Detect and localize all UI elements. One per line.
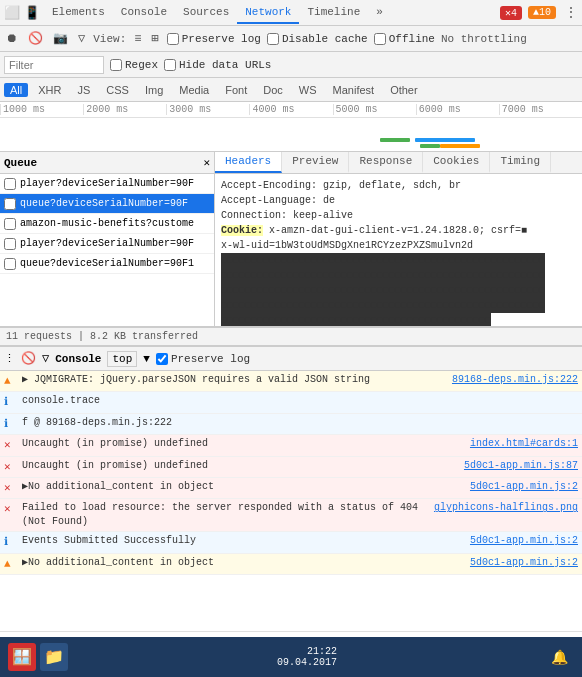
console-row-link[interactable]: 5d0c1-app.min.js:87 — [464, 459, 578, 473]
redacted-value: ■■■■■■■■■ — [329, 313, 383, 326]
timeline-bar — [380, 138, 410, 142]
taskbar-icon-start[interactable]: 🪟 — [8, 643, 36, 671]
record-button[interactable]: ⏺ — [4, 29, 20, 48]
console-row-link[interactable]: index.html#cards:1 — [470, 437, 578, 451]
close-requests-icon[interactable]: ✕ — [203, 156, 210, 169]
request-name: player?deviceSerialNumber=90F — [20, 238, 194, 249]
type-filter-manifest[interactable]: Manifest — [327, 83, 381, 97]
filter-button[interactable]: ▽ — [76, 29, 87, 48]
console-row-icon: ✕ — [4, 460, 18, 475]
detail-line: ■■■■■■■■■■■■■■■■■■■■■■■■■■■■■■■■■■■■■■■■… — [221, 253, 576, 326]
console-row-message: Uncaught (in promise) undefined — [22, 459, 460, 473]
devtools-mobile-icon[interactable]: 📱 — [24, 5, 40, 21]
tab-more[interactable]: » — [368, 2, 391, 24]
console-row: ▲▶ JQMIGRATE: jQuery.parseJSON requires … — [0, 371, 582, 392]
request-row[interactable]: amazon-music-benefits?custome — [0, 214, 214, 234]
hide-data-urls-label[interactable]: Hide data URLs — [164, 59, 271, 71]
request-row[interactable]: queue?deviceSerialNumber=90F — [0, 194, 214, 214]
regex-checkbox[interactable] — [110, 59, 122, 71]
tab-elements[interactable]: Elements — [44, 2, 113, 24]
console-body[interactable]: ▲▶ JQMIGRATE: jQuery.parseJSON requires … — [0, 371, 582, 631]
disable-cache-checkbox-label[interactable]: Disable cache — [267, 33, 368, 45]
detail-tab-cookies[interactable]: Cookies — [423, 152, 490, 173]
preserve-log-checkbox-label[interactable]: Preserve log — [167, 33, 261, 45]
request-row[interactable]: player?deviceSerialNumber=90F — [0, 234, 214, 254]
type-filter-other[interactable]: Other — [384, 83, 424, 97]
redacted-value: ■■■■■■■■■ — [491, 283, 545, 298]
tab-timeline[interactable]: Timeline — [299, 2, 368, 24]
tab-network[interactable]: Network — [237, 2, 299, 24]
request-checkbox[interactable] — [4, 218, 16, 230]
console-menu-icon[interactable]: ⋮ — [4, 352, 15, 365]
taskbar-icon-notification[interactable]: 🔔 — [546, 643, 574, 671]
type-filter-media[interactable]: Media — [173, 83, 215, 97]
console-row-message: Failed to load resource: the server resp… — [22, 501, 430, 529]
context-dropdown-icon[interactable]: ▼ — [143, 353, 150, 365]
console-row: ✕Uncaught (in promise) undefined5d0c1-ap… — [0, 457, 582, 478]
taskbar-icon-folder[interactable]: 📁 — [40, 643, 68, 671]
console-preserve-log-label[interactable]: Preserve log — [156, 353, 250, 365]
console-filter-icon[interactable]: ▽ — [42, 351, 49, 366]
redacted-value: ■■■■■■■■■ — [491, 268, 545, 283]
request-checkbox[interactable] — [4, 258, 16, 270]
devtools-menu-icon[interactable]: ⋮ — [564, 4, 578, 21]
offline-checkbox-label[interactable]: Offline — [374, 33, 435, 45]
redacted-value: ■■■■■■■■■ — [329, 298, 383, 313]
preserve-log-checkbox[interactable] — [167, 33, 179, 45]
disable-cache-checkbox[interactable] — [267, 33, 279, 45]
type-filter-font[interactable]: Font — [219, 83, 253, 97]
clear-button[interactable]: 🚫 — [26, 29, 45, 48]
console-row-icon: ✕ — [4, 502, 18, 517]
hide-data-urls-checkbox[interactable] — [164, 59, 176, 71]
cookie-key: Cookie: — [221, 225, 263, 236]
type-filter-ws[interactable]: WS — [293, 83, 323, 97]
console-row-link[interactable]: 5d0c1-app.min.js:2 — [470, 556, 578, 570]
request-row[interactable]: player?deviceSerialNumber=90F — [0, 174, 214, 194]
detail-tab-headers[interactable]: Headers — [215, 152, 282, 173]
view-list-icon[interactable]: ≡ — [132, 30, 143, 48]
console-row: ℹconsole.trace — [0, 392, 582, 413]
request-row[interactable]: queue?deviceSerialNumber=90F1 — [0, 254, 214, 274]
offline-checkbox[interactable] — [374, 33, 386, 45]
type-filter-bar: AllXHRJSCSSImgMediaFontDocWSManifestOthe… — [0, 78, 582, 102]
console-row-message: ▶No additional_content in object — [22, 480, 466, 494]
console-row-link[interactable]: 89168-deps.min.js:222 — [452, 373, 578, 387]
type-filter-img[interactable]: Img — [139, 83, 169, 97]
no-throttling-label[interactable]: No throttling — [441, 33, 527, 45]
type-filter-js[interactable]: JS — [71, 83, 96, 97]
console-row-link[interactable]: 5d0c1-app.min.js:2 — [470, 534, 578, 548]
redacted-value: ■■■■■■■■■ — [437, 268, 491, 283]
request-checkbox[interactable] — [4, 238, 16, 250]
regex-label[interactable]: Regex — [110, 59, 158, 71]
console-context-label[interactable]: top — [107, 351, 137, 367]
detail-tab-preview[interactable]: Preview — [282, 152, 349, 173]
console-preserve-log-checkbox[interactable] — [156, 353, 168, 365]
detail-line: Accept-Language: de — [221, 193, 576, 208]
type-filter-css[interactable]: CSS — [100, 83, 135, 97]
console-row-link[interactable]: 5d0c1-app.min.js:2 — [470, 480, 578, 494]
type-filter-all[interactable]: All — [4, 83, 28, 97]
redacted-value: ■■■■■■■■■ — [383, 268, 437, 283]
ruler-mark: 4000 ms — [249, 104, 332, 115]
tab-sources[interactable]: Sources — [175, 2, 237, 24]
console-row: ✕▶No additional_content in object5d0c1-a… — [0, 478, 582, 499]
request-checkbox[interactable] — [4, 178, 16, 190]
request-name: queue?deviceSerialNumber=90F1 — [20, 258, 194, 269]
type-filter-doc[interactable]: Doc — [257, 83, 289, 97]
tab-console[interactable]: Console — [113, 2, 175, 24]
view-grid-icon[interactable]: ⊞ — [149, 29, 160, 48]
error-badge: ✕4 — [500, 6, 522, 20]
console-row-icon: ✕ — [4, 481, 18, 496]
filter-input[interactable] — [4, 56, 104, 74]
requests-panel[interactable]: Queue ✕ player?deviceSerialNumber=90Fque… — [0, 152, 215, 326]
screenshot-button[interactable]: 📷 — [51, 29, 70, 48]
request-checkbox[interactable] — [4, 198, 16, 210]
detail-tab-timing[interactable]: Timing — [490, 152, 551, 173]
type-filter-xhr[interactable]: XHR — [32, 83, 67, 97]
console-row: ℹEvents Submitted Successfully5d0c1-app.… — [0, 532, 582, 553]
redacted-value: ■■■■■■■■■ — [329, 283, 383, 298]
console-row-link[interactable]: glyphicons-halflings.png — [434, 501, 578, 515]
detail-panel: HeadersPreviewResponseCookiesTiming Acce… — [215, 152, 582, 326]
console-clear-icon[interactable]: 🚫 — [21, 351, 36, 366]
detail-tab-response[interactable]: Response — [349, 152, 423, 173]
